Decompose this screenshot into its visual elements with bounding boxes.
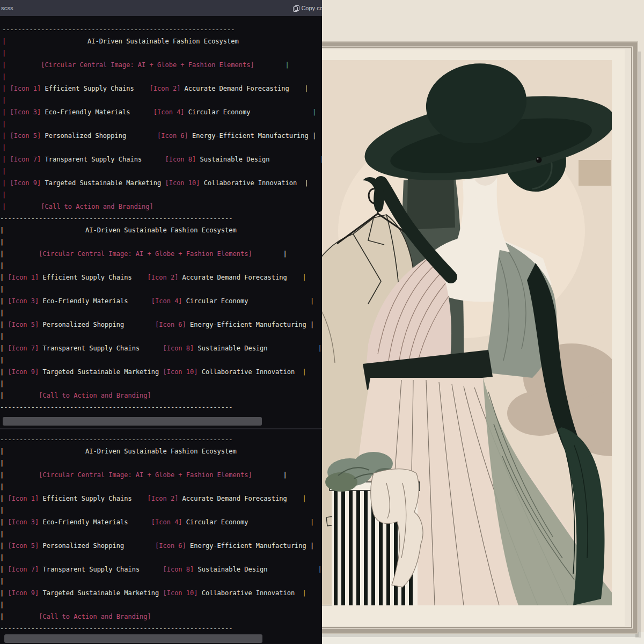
code-panel-bottom: ----------------------------------------… xyxy=(0,429,322,644)
chat-screenshot: scss Copy code -------------------------… xyxy=(0,0,644,644)
code-block-header: scss Copy code xyxy=(0,0,322,16)
ascii-diagram-1-2: ----------------------------------------… xyxy=(2,24,322,413)
horizontal-scrollbar-thumb[interactable] xyxy=(4,634,262,643)
code-block: scss Copy code -------------------------… xyxy=(0,0,322,644)
fashion-artwork-photo xyxy=(322,0,644,644)
tan-card xyxy=(579,160,611,186)
copy-icon xyxy=(293,5,298,11)
fashion-artwork xyxy=(322,0,644,644)
copy-code-button[interactable]: Copy code xyxy=(293,0,322,16)
illustration xyxy=(322,43,644,605)
earring xyxy=(536,157,542,163)
copy-code-label: Copy code xyxy=(301,5,322,11)
language-label: scss xyxy=(1,5,13,11)
code-panel-top: ----------------------------------------… xyxy=(0,16,322,428)
horizontal-scrollbar-thumb[interactable] xyxy=(3,417,262,426)
ascii-diagram-3: ----------------------------------------… xyxy=(2,434,322,634)
